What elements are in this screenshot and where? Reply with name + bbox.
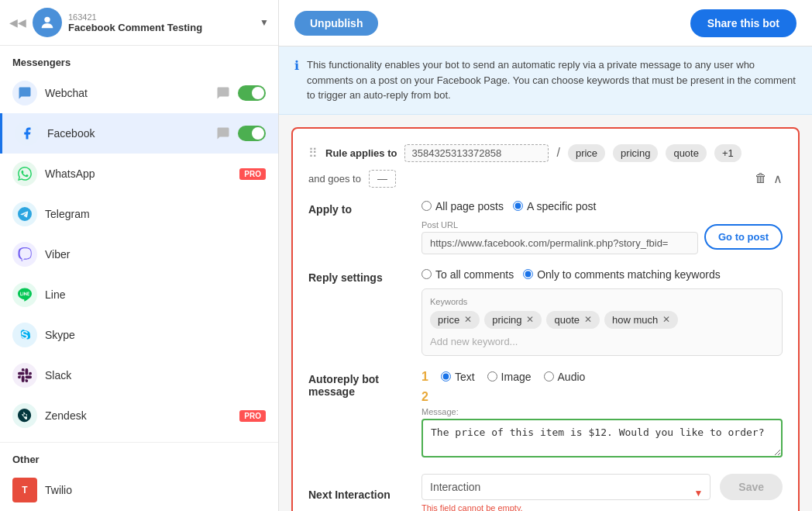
all-comments-radio[interactable]: To all comments [421, 268, 514, 281]
sidebar-header: ◀◀ 163421 Facebook Comment Testing ▼ [0, 0, 278, 46]
rule-applies-label: Rule applies to [325, 147, 397, 159]
field-error-message: This field cannot be empty. [421, 503, 710, 512]
sidebar-item-webchat[interactable]: Webchat [0, 73, 278, 113]
zendesk-pro-badge: PRO [239, 410, 266, 422]
main-content: Unpublish Share this bot ℹ This function… [279, 0, 812, 511]
matching-keywords-radio-input[interactable] [523, 269, 533, 279]
reply-options: To all comments Only to comments matchin… [421, 268, 783, 281]
drag-handle-icon[interactable]: ⠿ [308, 146, 318, 161]
audio-radio-input[interactable] [544, 371, 554, 382]
sidebar: ◀◀ 163421 Facebook Comment Testing ▼ Mes… [0, 0, 279, 511]
matching-keywords-label: Only to comments matching keywords [537, 268, 721, 281]
matching-keywords-radio[interactable]: Only to comments matching keywords [523, 268, 721, 281]
interaction-row-inner: Interaction ▼ This field cannot be empty… [421, 474, 783, 512]
whatsapp-pro-badge: PRO [239, 168, 266, 180]
interaction-select[interactable]: Interaction [421, 474, 710, 500]
all-comments-radio-input[interactable] [421, 269, 432, 279]
nav-back-icon[interactable]: ◀◀ [9, 16, 26, 29]
post-url-container: Post URL [421, 220, 698, 254]
apply-to-content: All page posts A specific post Post URL … [421, 200, 783, 254]
sidebar-item-line[interactable]: Line [0, 274, 278, 315]
message-area-wrap: 2 Message: The price of this item is $12… [421, 390, 783, 460]
post-url-input[interactable] [421, 232, 698, 254]
go-to-post-button[interactable]: Go to post [704, 224, 783, 250]
audio-type-radio[interactable]: Audio [544, 371, 586, 383]
keyword-tag-plus1: +1 [714, 144, 741, 162]
slack-label: Slack [45, 369, 266, 382]
facebook-icon [15, 121, 40, 146]
sidebar-item-skype[interactable]: Skype [0, 315, 278, 355]
skype-label: Skype [45, 329, 266, 341]
save-button[interactable]: Save [720, 474, 783, 500]
other-section-label: Other [0, 442, 278, 470]
dropdown-arrow-icon[interactable]: ▼ [260, 17, 269, 28]
top-bar: Unpublish Share this bot [279, 0, 812, 47]
remove-keyword-price[interactable]: ✕ [464, 314, 472, 325]
reply-settings-label: Reply settings [308, 268, 409, 284]
rule-card: ⠿ Rule applies to / price pricing quote … [291, 127, 800, 512]
sidebar-item-slack[interactable]: Slack [0, 355, 278, 395]
and-goes-to-label: and goes to [308, 173, 361, 185]
message-type-row: 1 Text Image Audio [421, 370, 783, 384]
message-textarea[interactable]: The price of this item is $12. Would you… [421, 419, 783, 457]
specific-post-radio-input[interactable] [513, 201, 523, 211]
slash-separator: / [556, 146, 559, 160]
collapse-rule-icon[interactable]: ∧ [773, 171, 783, 186]
apply-to-label: Apply to [308, 200, 409, 216]
text-type-radio[interactable]: Text [441, 371, 475, 383]
sidebar-item-viber[interactable]: Viber [0, 234, 278, 274]
remove-keyword-pricing[interactable]: ✕ [526, 314, 534, 325]
page-id-input[interactable] [404, 144, 549, 162]
bot-info: 163421 Facebook Comment Testing [68, 12, 253, 33]
share-button[interactable]: Share this bot [690, 9, 797, 37]
autoreply-label: Autoreply bot message [308, 370, 409, 398]
bot-avatar [33, 8, 62, 37]
line-icon [12, 282, 37, 307]
remove-keyword-quote[interactable]: ✕ [584, 314, 592, 325]
next-interaction-content: Interaction ▼ This field cannot be empty… [421, 474, 783, 512]
remove-keyword-how-much[interactable]: ✕ [662, 314, 670, 325]
svg-point-0 [44, 17, 50, 22]
whatsapp-icon [12, 161, 37, 186]
keywords-list: price ✕ pricing ✕ quote ✕ how much ✕ [430, 311, 774, 329]
message-input-group: Message: The price of this item is $12. … [421, 407, 783, 460]
unpublish-button[interactable]: Unpublish [294, 11, 378, 36]
image-type-radio[interactable]: Image [487, 371, 532, 383]
specific-post-radio[interactable]: A specific post [513, 200, 597, 212]
specific-post-label: A specific post [527, 200, 597, 212]
sidebar-item-whatsapp[interactable]: WhatsApp PRO [0, 154, 278, 194]
all-posts-radio[interactable]: All page posts [421, 200, 504, 212]
step-2-label: 2 [421, 390, 428, 403]
zendesk-icon [12, 403, 37, 428]
messengers-section-label: Messengers [0, 46, 278, 73]
keyword-chip-quote: quote ✕ [546, 311, 600, 329]
text-radio-input[interactable] [441, 371, 451, 382]
goes-to-value: — [369, 170, 396, 188]
facebook-chat-icon [216, 126, 230, 140]
telegram-label: Telegram [45, 208, 266, 220]
facebook-toggle[interactable] [238, 126, 266, 141]
webchat-label: Webchat [45, 87, 208, 99]
zendesk-label: Zendesk [45, 409, 232, 422]
image-radio-input[interactable] [487, 371, 497, 382]
sidebar-item-facebook[interactable]: Facebook [0, 113, 278, 154]
step-1-label: 1 [421, 370, 428, 384]
keyword-chip-how-much: how much ✕ [604, 311, 678, 329]
sidebar-item-twilio[interactable]: T Twilio [0, 470, 278, 510]
sidebar-item-telegram[interactable]: Telegram [0, 194, 278, 234]
keyword-chip-price: price ✕ [430, 311, 480, 329]
slack-icon [12, 363, 37, 388]
next-interaction-row: Next Interaction Interaction ▼ This fiel… [308, 474, 783, 512]
reply-settings-row: Reply settings To all comments Only to c… [308, 268, 783, 356]
whatsapp-label: WhatsApp [45, 167, 232, 180]
webchat-toggle[interactable] [238, 85, 266, 101]
reply-settings-content: To all comments Only to comments matchin… [421, 268, 783, 356]
line-label: Line [45, 288, 266, 301]
sidebar-item-zendesk[interactable]: Zendesk PRO [0, 395, 278, 436]
keyword-input[interactable] [430, 336, 554, 347]
post-url-label: Post URL [421, 220, 698, 230]
viber-label: Viber [45, 248, 266, 261]
all-posts-radio-input[interactable] [421, 201, 432, 211]
delete-rule-icon[interactable]: 🗑 [755, 171, 767, 185]
image-type-label: Image [501, 371, 532, 383]
